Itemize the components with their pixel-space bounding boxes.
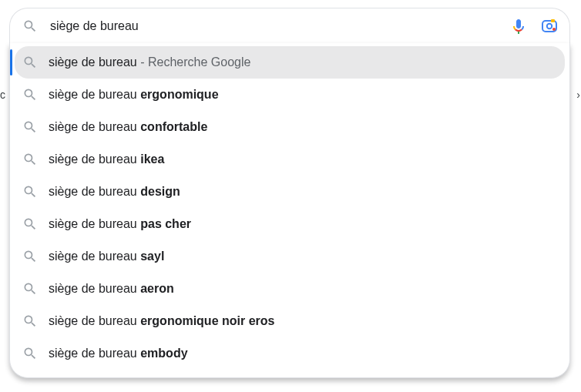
suggestion-row[interactable]: siège de bureau ergonomique xyxy=(10,79,569,111)
voice-search-icon[interactable] xyxy=(509,17,528,35)
suggestion-text: siège de bureau pas cher xyxy=(49,217,191,231)
suggestion-text: siège de bureau ergonomique noir eros xyxy=(49,314,274,328)
search-icon xyxy=(22,346,38,361)
suggestion-text: siège de bureau ikea xyxy=(49,152,164,166)
search-box[interactable] xyxy=(9,8,570,43)
page-fragment-left: c xyxy=(0,89,5,101)
suggestion-row[interactable]: siège de bureau - Recherche Google xyxy=(15,46,565,79)
suggestions-dropdown: siège de bureau - Recherche Googlesiège … xyxy=(9,43,570,378)
image-search-icon[interactable] xyxy=(540,17,559,35)
suggestion-text: siège de bureau embody xyxy=(49,347,188,360)
suggestion-text: siège de bureau aeron xyxy=(49,282,174,296)
suggestion-text: siège de bureau design xyxy=(49,185,180,199)
suggestion-text: siège de bureau confortable xyxy=(49,120,207,134)
suggestion-row[interactable]: siège de bureau pas cher xyxy=(10,208,569,240)
suggestion-text: siège de bureau - Recherche Google xyxy=(49,55,250,69)
suggestion-text: siège de bureau ergonomique xyxy=(49,88,219,102)
search-icon xyxy=(22,184,38,199)
search-icon xyxy=(22,152,38,167)
suggestion-text: siège de bureau sayl xyxy=(49,250,164,263)
search-icon xyxy=(22,87,38,102)
suggestion-row[interactable]: siège de bureau sayl xyxy=(10,240,569,273)
search-icon xyxy=(22,216,38,232)
suggestion-row[interactable]: siège de bureau embody xyxy=(10,337,569,370)
search-icon xyxy=(22,55,38,70)
search-icon xyxy=(22,313,38,329)
suggestion-row[interactable]: siège de bureau aeron xyxy=(10,273,569,305)
suggestion-row[interactable]: siège de bureau ikea xyxy=(10,143,569,176)
page-fragment-right: › xyxy=(576,89,580,101)
search-icon xyxy=(22,119,38,135)
svg-rect-2 xyxy=(551,19,555,22)
suggestion-row[interactable]: siège de bureau confortable xyxy=(10,111,569,143)
search-icon xyxy=(22,281,38,297)
svg-point-3 xyxy=(552,28,556,31)
suggestion-row[interactable]: siège de bureau design xyxy=(10,176,569,208)
search-autocomplete: siège de bureau - Recherche Googlesiège … xyxy=(9,8,570,378)
svg-point-1 xyxy=(547,23,552,28)
search-input[interactable] xyxy=(49,18,509,34)
suggestion-row[interactable]: siège de bureau ergonomique noir eros xyxy=(10,305,569,337)
search-icon xyxy=(22,18,38,34)
search-icon xyxy=(22,249,38,264)
